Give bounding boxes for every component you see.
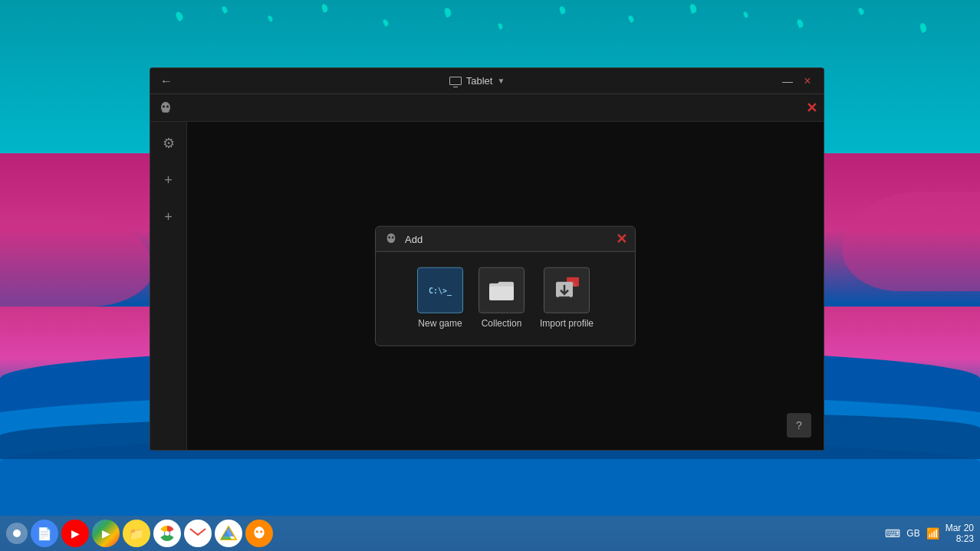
wifi-icon: 📶: [926, 527, 939, 540]
taskbar-playnite-icon[interactable]: [245, 520, 273, 547]
dialog-options-area: C:\>_ New game Collection: [376, 252, 635, 346]
taskbar-gmail-icon[interactable]: [184, 520, 212, 547]
svg-point-5: [392, 237, 394, 239]
new-game-icon: C:\>_: [417, 267, 463, 313]
toolbar-close-button[interactable]: ✕: [806, 100, 817, 116]
taskbar-system-circle[interactable]: [6, 523, 28, 544]
taskbar-status-area: ⌨ GB 📶 Mar 20 8:23: [885, 523, 974, 544]
taskbar: 📄 ▶ ▶ 📁: [0, 516, 980, 551]
svg-point-14: [165, 531, 169, 536]
collection-icon: [478, 267, 525, 313]
dialog-title: Add: [405, 233, 610, 244]
collection-option[interactable]: Collection: [475, 264, 528, 333]
folder-svg: [488, 279, 515, 302]
main-content-area: ? Add ✕: [187, 122, 824, 450]
svg-point-21: [260, 530, 262, 533]
taskbar-battery: GB: [906, 528, 919, 539]
svg-point-1: [163, 105, 165, 107]
keyboard-icon[interactable]: ⌨: [885, 527, 900, 540]
svg-point-4: [388, 237, 390, 239]
drive-svg: [220, 526, 237, 541]
import-svg: [551, 276, 582, 305]
dialog-title-icon: [383, 231, 399, 247]
sidebar-add-icon-2[interactable]: +: [156, 205, 181, 229]
toolbar-app-icon: [156, 99, 175, 117]
app-icon-svg: [158, 100, 173, 116]
dropdown-arrow-icon[interactable]: ▼: [497, 77, 505, 85]
dialog-close-button[interactable]: ✕: [616, 232, 627, 246]
dialog-app-icon: [384, 232, 398, 246]
window-content: ⚙ + + ? Add ✕: [150, 122, 824, 450]
window-title-area: Tablet ▼: [449, 75, 505, 87]
chrome-svg: [159, 525, 176, 542]
import-profile-label: Import profile: [540, 318, 594, 330]
import-profile-option[interactable]: Import profile: [537, 264, 597, 333]
window-toolbar: ✕: [150, 94, 824, 122]
svg-rect-6: [489, 287, 514, 300]
taskbar-docs-icon[interactable]: 📄: [31, 520, 58, 547]
taskbar-files-icon[interactable]: 📁: [123, 520, 150, 547]
minimize-button[interactable]: —: [781, 74, 794, 88]
taskbar-playstore-icon[interactable]: ▶: [92, 520, 120, 547]
taskbar-circle-inner: [13, 530, 21, 537]
svg-point-20: [256, 530, 258, 533]
new-game-label: New game: [418, 318, 462, 330]
dialog-titlebar: Add ✕: [376, 227, 635, 252]
sidebar-add-icon-1[interactable]: +: [156, 168, 181, 192]
monitor-icon: [449, 77, 462, 85]
app-window: ← Tablet ▼ — × ✕ ⚙ +: [150, 67, 824, 451]
taskbar-date: Mar 20: [945, 523, 974, 533]
terminal-text: C:\>_: [429, 286, 452, 294]
sidebar: ⚙ + +: [150, 122, 187, 450]
add-dialog: Add ✕ C:\>_ New game: [375, 226, 636, 346]
collection-label: Collection: [482, 318, 522, 330]
import-icon: [544, 267, 590, 313]
new-game-option[interactable]: C:\>_ New game: [414, 264, 466, 333]
back-button[interactable]: ←: [159, 74, 173, 88]
svg-point-19: [254, 526, 264, 538]
window-titlebar: ← Tablet ▼ — ×: [150, 68, 824, 94]
close-window-button[interactable]: ×: [801, 74, 814, 88]
taskbar-youtube-icon[interactable]: ▶: [61, 520, 89, 547]
playnite-svg: [251, 525, 268, 542]
window-title: Tablet: [466, 75, 493, 87]
taskbar-time: 8:23: [945, 533, 974, 544]
svg-rect-15: [189, 527, 206, 540]
gmail-svg: [189, 527, 206, 540]
sidebar-settings-icon[interactable]: ⚙: [156, 131, 181, 156]
taskbar-chrome-icon[interactable]: [153, 520, 181, 547]
taskbar-drive-icon[interactable]: [215, 520, 242, 547]
svg-point-2: [166, 105, 169, 107]
window-controls: — ×: [781, 74, 814, 88]
svg-point-3: [387, 234, 396, 244]
taskbar-datetime: Mar 20 8:23: [945, 523, 974, 544]
help-button[interactable]: ?: [787, 413, 811, 438]
